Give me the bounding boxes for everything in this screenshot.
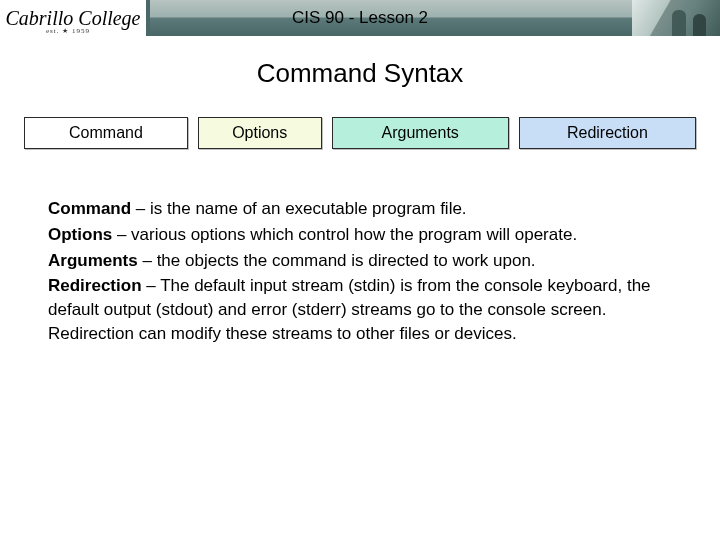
syntax-row: Command Options Arguments Redirection: [0, 117, 720, 149]
def-arguments-label: Arguments: [48, 251, 138, 270]
def-command: Command – is the name of an executable p…: [48, 197, 672, 221]
header-title: CIS 90 - Lesson 2: [292, 8, 428, 28]
chip-redirection: Redirection: [519, 117, 696, 149]
def-options-text: – various options which control how the …: [112, 225, 577, 244]
def-options-label: Options: [48, 225, 112, 244]
def-command-text: – is the name of an executable program f…: [131, 199, 466, 218]
chip-arguments: Arguments: [332, 117, 509, 149]
def-arguments: Arguments – the objects the command is d…: [48, 249, 672, 273]
def-command-label: Command: [48, 199, 131, 218]
definitions: Command – is the name of an executable p…: [0, 197, 720, 346]
chip-command: Command: [24, 117, 188, 149]
college-logo: Cabrillo College est. ★ 1959: [0, 0, 150, 36]
def-options: Options – various options which control …: [48, 223, 672, 247]
slide-title: Command Syntax: [0, 58, 720, 89]
chip-options: Options: [198, 117, 322, 149]
def-redirection-label: Redirection: [48, 276, 142, 295]
def-arguments-text: – the objects the command is directed to…: [138, 251, 536, 270]
header-bar: Cabrillo College est. ★ 1959 CIS 90 - Le…: [0, 0, 720, 36]
def-redirection: Redirection – The default input stream (…: [48, 274, 672, 345]
logo-est: est. ★ 1959: [46, 27, 90, 35]
header-photo: [632, 0, 720, 36]
